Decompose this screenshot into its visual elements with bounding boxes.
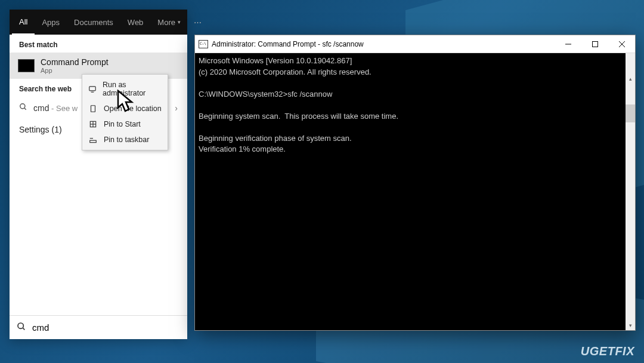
tab-all[interactable]: All — [12, 10, 35, 35]
search-icon — [17, 322, 26, 333]
search-tabs-bar: All Apps Documents Web More ▾ ⋯ — [10, 10, 187, 35]
svg-rect-12 — [592, 41, 597, 47]
svg-point-0 — [20, 104, 25, 109]
window-title: Administrator: Command Prompt - sfc /sca… — [212, 40, 555, 48]
folder-icon — [88, 104, 98, 113]
tab-documents[interactable]: Documents — [67, 10, 120, 35]
command-prompt-window: Administrator: Command Prompt - sfc /sca… — [194, 35, 636, 331]
search-icon — [19, 103, 27, 113]
command-prompt-icon — [18, 59, 35, 72]
scrollbar: ▴ ▾ — [626, 53, 635, 330]
svg-rect-5 — [91, 106, 95, 112]
chevron-right-icon: › — [175, 103, 178, 113]
ctx-label: Pin to taskbar — [104, 136, 149, 144]
web-suffix: - See w — [49, 104, 78, 113]
pin-taskbar-icon — [88, 136, 98, 144]
minimize-button[interactable] — [555, 35, 581, 53]
pin-start-icon — [88, 120, 98, 128]
ctx-label: Open file location — [104, 104, 162, 113]
svg-point-2 — [18, 323, 23, 328]
ctx-pin-to-start[interactable]: Pin to Start — [82, 116, 168, 132]
tab-web[interactable]: Web — [120, 10, 151, 35]
tab-apps[interactable]: Apps — [35, 10, 67, 35]
svg-rect-9 — [90, 140, 97, 143]
scroll-up-button[interactable]: ▴ — [626, 74, 635, 84]
admin-shield-icon — [88, 85, 97, 93]
watermark: UGETFIX — [581, 344, 634, 358]
search-box — [10, 315, 187, 339]
terminal-output[interactable]: Microsoft Windows [Version 10.0.19042.86… — [195, 53, 635, 330]
ctx-label: Run as administrator — [103, 81, 162, 97]
terminal-text: Microsoft Windows [Version 10.0.19042.86… — [199, 56, 398, 153]
web-term: cmd — [33, 103, 49, 113]
web-search-label: cmd - See w — [33, 103, 78, 113]
close-button[interactable] — [608, 35, 635, 53]
svg-rect-4 — [89, 87, 96, 91]
result-text: Command Prompt App — [41, 57, 109, 74]
tab-more[interactable]: More ▾ — [150, 10, 188, 35]
best-match-heading: Best match — [10, 35, 187, 53]
result-subtitle: App — [41, 67, 109, 74]
ctx-label: Pin to Start — [104, 120, 141, 128]
ctx-open-file-location[interactable]: Open file location — [82, 101, 168, 116]
ctx-pin-to-taskbar[interactable]: Pin to taskbar — [82, 132, 168, 147]
tab-more-label: More — [157, 18, 175, 27]
chevron-down-icon: ▾ — [178, 19, 181, 25]
context-menu: Run as administrator Open file location … — [82, 74, 168, 150]
scroll-down-button[interactable]: ▾ — [626, 321, 635, 330]
result-title: Command Prompt — [41, 57, 109, 67]
svg-line-3 — [23, 328, 24, 330]
svg-line-1 — [24, 108, 26, 110]
search-input[interactable] — [32, 322, 180, 333]
tabs-overflow-button[interactable]: ⋯ — [188, 18, 208, 27]
scroll-track[interactable] — [626, 143, 635, 330]
maximize-button[interactable] — [581, 35, 608, 53]
cmd-icon — [199, 40, 208, 48]
scroll-thumb[interactable] — [626, 104, 635, 122]
start-search-panel: All Apps Documents Web More ▾ ⋯ Best mat… — [10, 10, 187, 339]
ctx-run-as-administrator[interactable]: Run as administrator — [82, 77, 168, 101]
window-titlebar[interactable]: Administrator: Command Prompt - sfc /sca… — [195, 35, 635, 53]
